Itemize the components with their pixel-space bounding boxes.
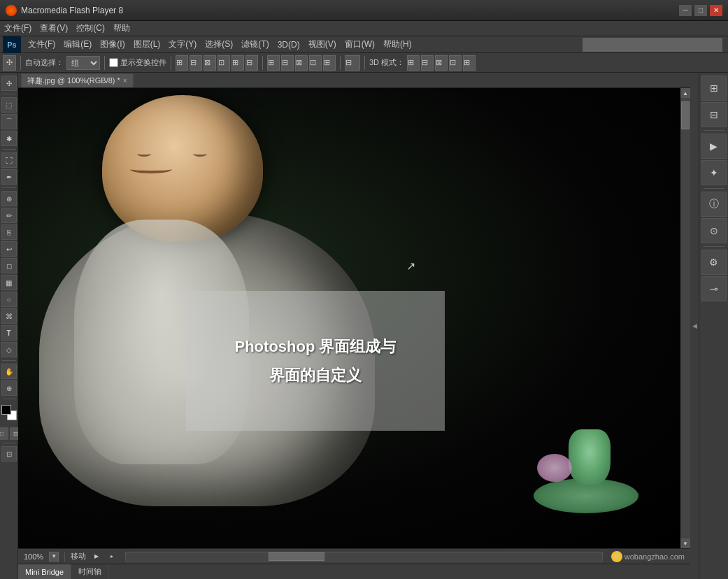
lasso-tool[interactable]: ⌒: [1, 114, 17, 129]
flash-menu-help[interactable]: 帮助: [113, 22, 130, 34]
layers-panel-icon[interactable]: ⊞: [701, 76, 727, 101]
zoom-menu-btn[interactable]: ▼: [49, 552, 59, 562]
title-left: Macromedia Flash Player 8: [6, 5, 123, 16]
dist-btn-1[interactable]: ⊞: [267, 55, 280, 71]
horizontal-scrollbar[interactable]: [125, 552, 603, 562]
mini-bridge-tab[interactable]: Mini Bridge: [18, 564, 71, 579]
channels-panel-icon[interactable]: ⊟: [701, 102, 727, 127]
ps-menu-text[interactable]: 文字(Y): [164, 37, 201, 52]
right-panel-expand[interactable]: ◀: [690, 73, 699, 579]
ps-menu-filter[interactable]: 滤镜(T): [237, 37, 273, 52]
scroll-down-arrow[interactable]: ▼: [680, 538, 690, 548]
tab-close-btn[interactable]: ×: [123, 77, 127, 85]
titlebar: Macromedia Flash Player 8 ─ □ ✕: [0, 0, 728, 21]
canvas-area: 禅趣.jpg @ 100%(RGB/8) * ×: [18, 73, 690, 579]
color-panel-icon[interactable]: ⊙: [701, 218, 727, 243]
toolbar-sep-1: [20, 56, 21, 70]
hand-tool[interactable]: ✋: [1, 364, 17, 379]
align-top-btn[interactable]: ⊡: [217, 55, 230, 71]
color-swatches[interactable]: [1, 405, 17, 423]
history-brush-tool[interactable]: ↩: [1, 241, 17, 257]
align-bottom-btn[interactable]: ⊟: [245, 55, 258, 71]
ps-menu-edit[interactable]: 编辑(E): [59, 37, 96, 52]
hscroll-thumb[interactable]: [269, 552, 324, 561]
measure-panel-icon[interactable]: ⊸: [701, 276, 727, 301]
move-tool[interactable]: ✣: [1, 76, 17, 91]
screen-mode-btn[interactable]: ⊡: [1, 446, 17, 462]
crop-tool[interactable]: ⛶: [1, 152, 17, 168]
bottom-tabs: Mini Bridge 时间轴: [18, 564, 690, 579]
close-button[interactable]: ✕: [710, 5, 722, 16]
dist-btn-4[interactable]: ⊡: [309, 55, 322, 71]
magic-wand-tool[interactable]: ✱: [1, 131, 17, 146]
3d-btn-3[interactable]: ⊠: [435, 55, 448, 71]
vertical-scrollbar[interactable]: ▲ ▼: [680, 88, 690, 548]
heal-tool[interactable]: ⊕: [1, 191, 17, 206]
next-button[interactable]: ▸: [107, 552, 117, 562]
ps-menu-window[interactable]: 窗口(W): [341, 37, 379, 52]
scroll-up-arrow[interactable]: ▲: [680, 88, 690, 98]
eraser-tool[interactable]: ◻: [1, 258, 17, 273]
ps-menu-view[interactable]: 视图(V): [304, 37, 341, 52]
panel-sep-2: [704, 188, 725, 189]
ps-menu-file[interactable]: 文件(F): [24, 37, 59, 52]
fg-color-swatch[interactable]: [1, 405, 11, 415]
ps-menu-select[interactable]: 选择(S): [201, 37, 237, 52]
zoom-tool[interactable]: ⊕: [1, 380, 17, 396]
3d-btn-5[interactable]: ⊞: [463, 55, 476, 71]
text-tool[interactable]: T: [1, 325, 17, 341]
align-center-btn[interactable]: ⊟: [190, 55, 202, 71]
auto-select-dropdown[interactable]: 组 图层: [66, 56, 100, 70]
move-tool-btn[interactable]: ✣: [3, 55, 16, 71]
toolbar-sep-3: [171, 56, 171, 70]
ps-menu-help[interactable]: 帮助(H): [379, 37, 416, 52]
dist-btn-5[interactable]: ⊞: [323, 55, 336, 71]
history-panel-icon[interactable]: ▶: [701, 134, 727, 159]
flash-menu-control[interactable]: 控制(C): [76, 22, 105, 34]
tool-sep-4: [2, 360, 16, 361]
adjustments-icon[interactable]: ✦: [701, 160, 727, 185]
dist-btn-3[interactable]: ⊠: [295, 55, 308, 71]
status-sep-1: [64, 552, 65, 562]
align-left-btn[interactable]: ⊞: [176, 55, 188, 71]
3d-btn-2[interactable]: ⊟: [421, 55, 434, 71]
clone-tool[interactable]: ⎘: [1, 224, 17, 240]
pen-tool[interactable]: ⌘: [1, 308, 17, 324]
toolbar-sep-4: [262, 56, 263, 70]
flash-menubar: 文件(F) 查看(V) 控制(C) 帮助: [0, 21, 728, 36]
flash-menu-view[interactable]: 查看(V): [40, 22, 68, 34]
align-right-btn[interactable]: ⊠: [204, 55, 216, 71]
path-select-tool[interactable]: ◇: [1, 342, 17, 357]
scroll-thumb[interactable]: [681, 101, 690, 129]
auto-select-label: 自动选择：: [25, 57, 64, 68]
marquee-tool[interactable]: ⬚: [1, 97, 17, 113]
3d-btn-1[interactable]: ⊞: [407, 55, 420, 71]
maximize-button[interactable]: □: [694, 5, 707, 16]
ps-menu-layer[interactable]: 图层(L): [129, 37, 165, 52]
info-panel-icon[interactable]: ⓘ: [701, 192, 727, 217]
ps-menu-image[interactable]: 图像(I): [96, 37, 129, 52]
eyedropper-tool[interactable]: ✒: [1, 169, 17, 185]
canvas-scroll-area[interactable]: ↗ Photoshop 界面组成与 界面的自定义 ▲ ▼: [18, 88, 690, 548]
actions-panel-icon[interactable]: ⚙: [701, 250, 727, 275]
3d-btn-4[interactable]: ⊡: [449, 55, 462, 71]
dist-btn-2[interactable]: ⊟: [281, 55, 294, 71]
arr-btn[interactable]: ⊟: [345, 55, 360, 71]
align-middle-btn[interactable]: ⊞: [231, 55, 244, 71]
gradient-tool[interactable]: ▦: [1, 275, 17, 290]
flash-menu-file[interactable]: 文件(F): [4, 22, 31, 34]
standard-mode-btn[interactable]: □: [0, 427, 8, 440]
scroll-track[interactable]: [680, 98, 690, 538]
minimize-button[interactable]: ─: [679, 5, 692, 16]
3d-mode-label: 3D 模式：: [369, 57, 404, 68]
transform-checkbox[interactable]: [109, 58, 118, 67]
ps-menu-3d[interactable]: 3D(D): [273, 38, 304, 51]
blur-tool[interactable]: ○: [1, 292, 17, 307]
brush-tool[interactable]: ✏: [1, 208, 17, 223]
ps-logo: Ps: [3, 36, 21, 53]
work-area: ✣ ⬚ ⌒ ✱ ⛶ ✒ ⊕ ✏ ⎘ ↩ ◻ ▦ ○ ⌘ T ◇ ✋ ⊕: [0, 73, 728, 579]
buddha-eye-right: [193, 151, 207, 157]
timeline-tab[interactable]: 时间轴: [71, 564, 109, 579]
play-button[interactable]: ▶: [92, 552, 101, 562]
document-tab[interactable]: 禅趣.jpg @ 100%(RGB/8) * ×: [21, 73, 134, 87]
